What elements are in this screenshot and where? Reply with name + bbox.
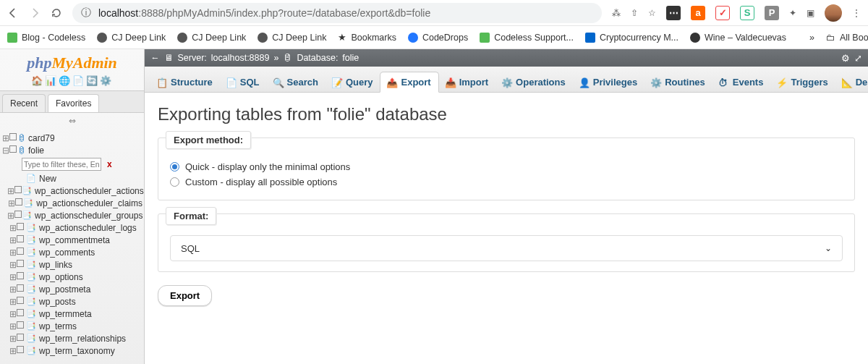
tab-designer[interactable]: 📐Designer bbox=[835, 72, 868, 92]
share-icon[interactable]: ⇧ bbox=[631, 8, 638, 18]
puzzle-icon[interactable]: ✦ bbox=[789, 8, 796, 18]
tab-export[interactable]: 📤Export bbox=[380, 72, 438, 93]
tab-icon: ⏱ bbox=[718, 77, 728, 88]
db-item-active[interactable]: 🛢folie bbox=[0, 144, 144, 156]
main-tabs: 📋Structure📄SQL🔍Search📝Query📤Export📥Impor… bbox=[145, 67, 868, 93]
bc-server-label: Server: bbox=[178, 53, 207, 63]
sidebar-tabs: Recent Favorites bbox=[0, 90, 144, 113]
table-item[interactable]: 📑wp_actionscheduler_logs bbox=[0, 221, 144, 234]
tab-icon: ⚙️ bbox=[650, 77, 660, 88]
db-tree: 🛢card79 🛢folie x 📄New 📑wp_actionschedule… bbox=[0, 129, 144, 360]
translate-icon[interactable]: ⁂ bbox=[612, 8, 621, 18]
tab-icon: ⚡ bbox=[776, 77, 786, 88]
table-item[interactable]: 📑wp_term_taxonomy bbox=[0, 344, 144, 357]
tab-icon: 📄 bbox=[226, 77, 236, 88]
table-item[interactable]: 📑wp_actionscheduler_groups bbox=[0, 209, 144, 221]
star-icon[interactable]: ☆ bbox=[648, 8, 656, 18]
table-filter-input[interactable] bbox=[22, 158, 101, 171]
tab-search[interactable]: 🔍Search bbox=[267, 72, 326, 92]
url-text: localhost:8888/phpMyAdmin5/index.php?rou… bbox=[98, 7, 430, 19]
bc-db[interactable]: folie bbox=[342, 53, 359, 63]
profile-avatar[interactable] bbox=[825, 4, 842, 22]
pma-layout: phpMyAdmin 🏠📊🌐📄🔄⚙️ Recent Favorites ⇔ 🛢c… bbox=[0, 49, 868, 364]
table-item[interactable]: 📑wp_actionscheduler_actions bbox=[0, 185, 144, 197]
tab-sql[interactable]: 📄SQL bbox=[220, 72, 267, 92]
bookmarks-overflow[interactable]: » bbox=[809, 33, 814, 43]
db-item[interactable]: 🛢card79 bbox=[0, 132, 144, 144]
tab-structure[interactable]: 📋Structure bbox=[150, 72, 220, 92]
bookmark-item[interactable]: Codeless Support... bbox=[480, 33, 574, 43]
bc-server[interactable]: localhost:8889 bbox=[211, 53, 270, 63]
tab-events[interactable]: ⏱Events bbox=[712, 72, 771, 92]
bookmark-item[interactable]: Cryptocurrency M... bbox=[585, 33, 678, 43]
export-method-custom[interactable]: Custom - display all possible options bbox=[170, 174, 843, 190]
tab-triggers[interactable]: ⚡Triggers bbox=[770, 72, 835, 92]
all-bookmarks[interactable]: 🗀All Bookmarks bbox=[826, 33, 868, 43]
export-button[interactable]: Export bbox=[158, 285, 212, 306]
tab-operations[interactable]: ⚙️Operations bbox=[495, 72, 573, 92]
table-item[interactable]: 📑wp_term_relationships bbox=[0, 332, 144, 344]
settings-icon[interactable]: ⚙ bbox=[841, 53, 850, 64]
ext-icon-4[interactable]: S bbox=[740, 6, 754, 20]
breadcrumb: ← 🖥 Server: localhost:8889 » 🛢 Database:… bbox=[145, 49, 868, 67]
ext-icon-3[interactable]: ✓ bbox=[715, 6, 730, 20]
ext-icon-1[interactable]: ⋯ bbox=[666, 6, 681, 20]
clear-filter-icon[interactable]: x bbox=[104, 159, 115, 169]
fullscreen-icon[interactable]: ⤢ bbox=[854, 53, 862, 64]
chevron-down-icon: ⌄ bbox=[825, 243, 832, 253]
tab-import[interactable]: 📥Import bbox=[439, 72, 495, 92]
export-method-card: Export method: Quick - display only the … bbox=[158, 137, 855, 200]
table-item[interactable]: 📑wp_terms bbox=[0, 320, 144, 332]
table-item[interactable]: 📑wp_options bbox=[0, 271, 144, 283]
table-item[interactable]: 📑wp_links bbox=[0, 258, 144, 271]
bookmark-item[interactable]: CJ Deep Link bbox=[177, 33, 246, 43]
format-card: Format: SQL ⌄ bbox=[158, 213, 855, 272]
tab-recent[interactable]: Recent bbox=[2, 94, 46, 112]
phpmyadmin-logo[interactable]: phpMyAdmin bbox=[0, 49, 144, 74]
table-item[interactable]: 📑wp_comments bbox=[0, 246, 144, 258]
export-method-quick[interactable]: Quick - display only the minimal options bbox=[170, 159, 843, 174]
back-icon[interactable] bbox=[7, 7, 19, 19]
new-table[interactable]: 📄New bbox=[0, 172, 144, 185]
database-icon: 🛢 bbox=[283, 53, 292, 63]
panel-icon[interactable]: ▣ bbox=[807, 8, 814, 18]
sidebar-toolbar[interactable]: 🏠📊🌐📄🔄⚙️ bbox=[0, 74, 144, 90]
bookmark-item[interactable]: CJ Deep Link bbox=[97, 33, 166, 43]
bookmark-item[interactable]: Blog - Codeless bbox=[7, 33, 85, 43]
url-bar[interactable]: ⓘ localhost:8888/phpMyAdmin5/index.php?r… bbox=[72, 3, 602, 23]
menu-icon[interactable]: ⋮ bbox=[852, 8, 861, 18]
drag-handle[interactable]: ⇔ bbox=[0, 113, 144, 129]
export-method-title: Export method: bbox=[166, 131, 251, 149]
reload-icon[interactable] bbox=[51, 7, 62, 19]
page-title: Exporting tables from "folie" database bbox=[158, 104, 855, 124]
tab-query[interactable]: 📝Query bbox=[326, 72, 380, 92]
tab-icon: 🔍 bbox=[273, 77, 283, 88]
radio-icon bbox=[170, 162, 179, 172]
bookmark-item[interactable]: ★Bookmarks bbox=[338, 32, 396, 43]
bookmark-item[interactable]: CodeDrops bbox=[408, 33, 468, 43]
tab-icon: 📤 bbox=[386, 77, 396, 88]
bookmark-item[interactable]: CJ Deep Link bbox=[258, 33, 326, 43]
ext-icon-5[interactable]: P bbox=[765, 6, 779, 20]
table-item[interactable]: 📑wp_actionscheduler_claims bbox=[0, 197, 144, 209]
tab-privileges[interactable]: 👤Privileges bbox=[573, 72, 644, 92]
collapse-nav-icon[interactable]: ← bbox=[150, 53, 160, 63]
sidebar: phpMyAdmin 🏠📊🌐📄🔄⚙️ Recent Favorites ⇔ 🛢c… bbox=[0, 49, 145, 364]
table-item[interactable]: 📑wp_termmeta bbox=[0, 308, 144, 320]
table-item[interactable]: 📑wp_posts bbox=[0, 295, 144, 308]
site-info-icon[interactable]: ⓘ bbox=[81, 7, 91, 20]
format-title: Format: bbox=[166, 207, 216, 225]
tab-icon: 📝 bbox=[331, 77, 341, 88]
forward-icon[interactable] bbox=[29, 7, 41, 19]
bookmark-item[interactable]: Wine – Valdecuevas bbox=[690, 33, 786, 43]
table-item[interactable]: 📑wp_postmeta bbox=[0, 283, 144, 295]
tab-routines[interactable]: ⚙️Routines bbox=[644, 72, 712, 92]
format-value: SQL bbox=[181, 243, 200, 254]
bookmarks-bar: Blog - Codeless CJ Deep Link CJ Deep Lin… bbox=[0, 26, 868, 49]
bc-db-label: Database: bbox=[297, 53, 338, 63]
format-select[interactable]: SQL ⌄ bbox=[170, 235, 843, 261]
browser-actions: ⁂ ⇧ ☆ ⋯ a ✓ S P ✦ ▣ ⋮ bbox=[612, 4, 861, 22]
tab-favorites[interactable]: Favorites bbox=[48, 94, 99, 112]
table-item[interactable]: 📑wp_commentmeta bbox=[0, 234, 144, 246]
ext-icon-2[interactable]: a bbox=[691, 6, 705, 20]
